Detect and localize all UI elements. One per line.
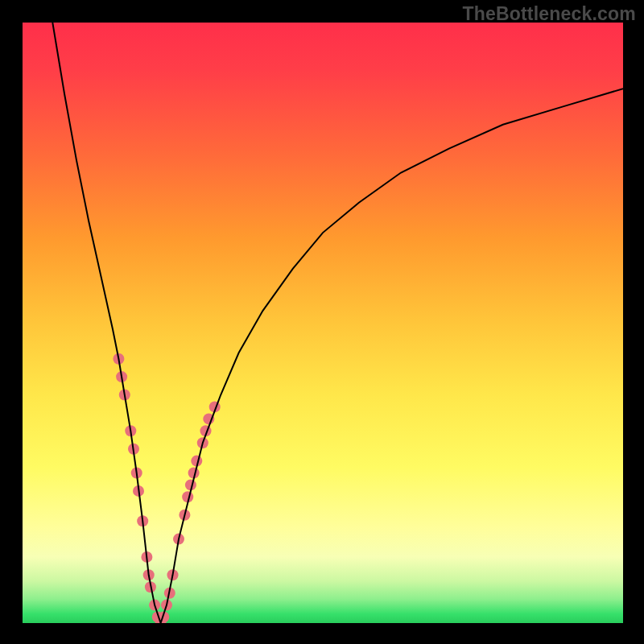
chart-svg bbox=[23, 23, 623, 623]
chart-frame: TheBottleneck.com bbox=[0, 0, 644, 644]
bottleneck-curve bbox=[52, 23, 623, 623]
watermark-text: TheBottleneck.com bbox=[462, 3, 636, 25]
marker-group bbox=[113, 353, 220, 623]
plot-area bbox=[23, 23, 623, 623]
